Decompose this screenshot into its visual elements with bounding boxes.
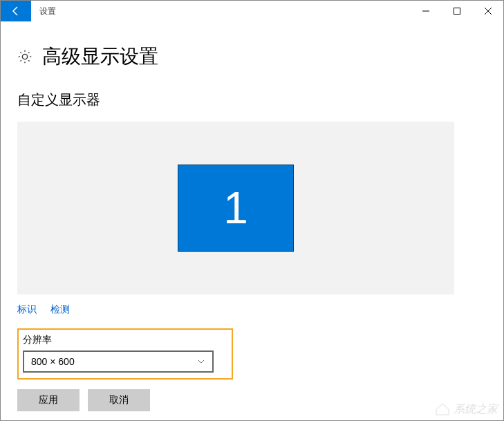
gear-icon bbox=[17, 49, 32, 64]
close-icon bbox=[485, 8, 492, 15]
svg-rect-1 bbox=[454, 8, 460, 15]
maximize-button[interactable] bbox=[441, 1, 472, 21]
resolution-value: 800 × 600 bbox=[31, 356, 75, 367]
section-title: 自定义显示器 bbox=[17, 91, 487, 109]
chevron-down-icon bbox=[197, 357, 205, 366]
back-button[interactable] bbox=[1, 1, 31, 21]
identify-link[interactable]: 标识 bbox=[17, 303, 37, 315]
window-title: 设置 bbox=[31, 6, 410, 17]
minimize-icon bbox=[422, 8, 429, 15]
page-title: 高级显示设置 bbox=[42, 44, 158, 70]
monitor-1[interactable]: 1 bbox=[178, 165, 294, 252]
apply-button[interactable]: 应用 bbox=[17, 389, 80, 411]
back-arrow-icon bbox=[10, 6, 21, 17]
house-icon bbox=[434, 401, 451, 418]
close-button[interactable] bbox=[472, 1, 503, 21]
display-preview-area: 1 bbox=[17, 122, 454, 294]
maximize-icon bbox=[454, 8, 460, 15]
resolution-highlight: 分辨率 800 × 600 bbox=[17, 328, 233, 380]
monitor-number: 1 bbox=[223, 183, 248, 234]
cancel-button[interactable]: 取消 bbox=[88, 389, 150, 411]
resolution-dropdown[interactable]: 800 × 600 bbox=[23, 350, 214, 373]
watermark: 系统之家 bbox=[434, 401, 498, 418]
minimize-button[interactable] bbox=[410, 1, 441, 21]
resolution-label: 分辨率 bbox=[23, 334, 227, 346]
detect-link[interactable]: 检测 bbox=[50, 303, 70, 315]
